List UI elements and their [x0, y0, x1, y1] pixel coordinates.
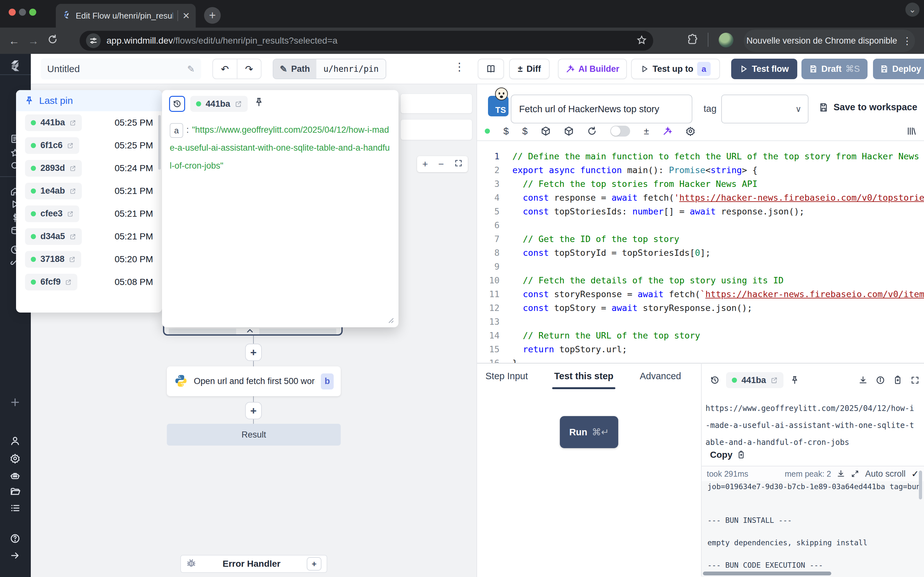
external-link-icon[interactable]: [69, 188, 76, 194]
external-link-icon[interactable]: [65, 279, 71, 285]
external-link-icon[interactable]: [771, 377, 778, 384]
pin-run-row[interactable]: 6fcf9 05:08 PM: [16, 271, 162, 293]
profile-avatar[interactable]: [719, 33, 733, 47]
external-link-icon[interactable]: [67, 211, 73, 217]
pin-run-row[interactable]: d34a5 05:21 PM: [16, 225, 162, 248]
url-bar[interactable]: app.windmill.dev/flows/edit/u/henri/pin_…: [79, 31, 653, 51]
auto-scroll-label[interactable]: Auto scroll: [865, 469, 905, 479]
tag-dropdown[interactable]: ∨: [721, 95, 809, 123]
sidebar-item-help-icon[interactable]: [9, 532, 21, 545]
flow-path-chip[interactable]: ✎Path u/henri/pin: [273, 59, 386, 79]
back-button[interactable]: ←: [5, 35, 24, 47]
cost-icon-2[interactable]: $: [522, 126, 528, 137]
ai-builder-button[interactable]: AI Builder: [558, 59, 627, 79]
copy-button[interactable]: Copy: [710, 450, 745, 460]
history-icon[interactable]: [710, 376, 720, 385]
auto-scroll-checkmark[interactable]: ✓: [911, 469, 919, 479]
pin-run-row[interactable]: 1e4ab 05:21 PM: [16, 179, 162, 202]
pin-run-row[interactable]: 37188 05:20 PM: [16, 248, 162, 271]
diff-button[interactable]: ±Diff: [509, 59, 549, 79]
step-node-b[interactable]: Open url and fetch first 500 words of ..…: [167, 366, 341, 396]
run-id-pill[interactable]: 441ba: [190, 96, 248, 112]
close-tab-icon[interactable]: ✕: [183, 11, 190, 21]
zoom-in-button[interactable]: +: [422, 159, 428, 169]
sidebar-item-audit-logs-icon[interactable]: [9, 502, 21, 514]
test-flow-button[interactable]: Test flow: [731, 59, 797, 79]
docs-button[interactable]: [478, 59, 504, 79]
collapse-chevron-icon[interactable]: [245, 326, 255, 337]
expand-logs-icon[interactable]: [851, 470, 859, 478]
sidebar-item-folders-icon[interactable]: [9, 485, 21, 498]
tab-step-input[interactable]: Step Input: [483, 366, 530, 389]
external-link-icon[interactable]: [235, 100, 242, 107]
sidebar-item-create-icon[interactable]: [9, 396, 21, 408]
external-link-icon[interactable]: [67, 142, 73, 149]
sidebar-collapse-arrow-icon[interactable]: [9, 550, 21, 562]
flow-node-partial[interactable]: [401, 119, 472, 140]
pin-run-row[interactable]: 6f1c6 05:25 PM: [16, 134, 162, 157]
tab-test-this-step[interactable]: Test this step: [552, 366, 615, 389]
run-button[interactable]: Run ⌘↵: [560, 416, 618, 448]
insert-step-button[interactable]: +: [245, 343, 262, 361]
run-id-pill[interactable]: 441ba: [726, 372, 783, 388]
reload-button[interactable]: [43, 34, 62, 47]
flow-more-options-kebab-icon[interactable]: ⋮: [454, 60, 465, 73]
add-error-handler-button[interactable]: +: [307, 557, 321, 571]
zoom-out-button[interactable]: −: [438, 159, 444, 169]
log-horizontal-scrollbar[interactable]: [703, 572, 831, 575]
run-id-pill[interactable]: 2893d: [25, 160, 82, 177]
run-id-pill[interactable]: 1e4ab: [25, 183, 82, 199]
pin-run-row[interactable]: cfee3 05:21 PM: [16, 202, 162, 225]
pin-list-scrollbar[interactable]: [158, 115, 161, 169]
extensions-icon[interactable]: [687, 33, 699, 47]
bookmark-star-icon[interactable]: [636, 35, 647, 47]
run-id-pill[interactable]: 37188: [25, 251, 81, 268]
package-icon[interactable]: [541, 126, 551, 136]
pin-toggle-icon[interactable]: [790, 376, 800, 385]
run-id-pill[interactable]: cfee3: [25, 205, 79, 222]
pin-run-row[interactable]: 2893d 05:24 PM: [16, 157, 162, 179]
external-link-icon[interactable]: [69, 119, 76, 126]
log-output[interactable]: job=019634e7-9d30-b7cb-1e89-03a64ed441ba…: [702, 481, 924, 577]
external-link-icon[interactable]: [69, 234, 76, 240]
edit-title-pencil-icon[interactable]: ✎: [187, 64, 195, 74]
forward-button[interactable]: →: [24, 35, 43, 47]
undo-button[interactable]: ↶: [213, 59, 237, 79]
flow-title-field[interactable]: Untitled ✎: [41, 58, 201, 79]
ai-assistant-wand-icon[interactable]: [662, 126, 672, 136]
flow-input-node-partial[interactable]: [401, 93, 472, 113]
code-editor[interactable]: 1234567891011121314151617 // Define the …: [477, 149, 924, 363]
external-link-icon[interactable]: [69, 256, 75, 263]
pin-run-row[interactable]: 441ba 05:25 PM: [16, 111, 162, 134]
external-link-icon[interactable]: [69, 165, 76, 171]
error-handler-node[interactable]: Error Handler +: [180, 555, 327, 573]
run-id-pill[interactable]: 6f1c6: [25, 137, 79, 154]
tab-advanced[interactable]: Advanced: [638, 366, 683, 389]
sidebar-item-workers-icon[interactable]: [9, 470, 21, 482]
history-button[interactable]: [169, 96, 185, 112]
popup-resize-handle[interactable]: [386, 315, 394, 324]
fullscreen-icon[interactable]: [911, 376, 919, 385]
info-icon[interactable]: [876, 376, 885, 385]
browser-tab[interactable]: Edit Flow u/henri/pin_results ✕: [56, 4, 196, 27]
insert-step-button[interactable]: +: [245, 402, 262, 419]
tab-search-chevron-icon[interactable]: ⌄: [905, 3, 919, 17]
library-panel-icon[interactable]: [907, 126, 916, 136]
run-id-pill[interactable]: 6fcf9: [25, 274, 78, 290]
editor-settings-gear-icon[interactable]: [686, 126, 695, 136]
diff-mode-toggle[interactable]: [610, 126, 630, 137]
windmill-logo[interactable]: [9, 60, 21, 72]
download-logs-icon[interactable]: [837, 470, 845, 478]
site-settings-icon[interactable]: [86, 33, 101, 48]
step-summary-input[interactable]: Fetch url of HackerNews top story: [511, 95, 692, 123]
deploy-button[interactable]: Deploy: [873, 59, 924, 79]
download-icon[interactable]: [859, 376, 867, 385]
minimize-window-button[interactable]: [19, 9, 26, 16]
run-id-pill[interactable]: d34a5: [25, 228, 82, 245]
maximize-window-button[interactable]: [29, 9, 36, 16]
draft-button[interactable]: Draft ⌘S: [801, 59, 867, 79]
test-up-to-button[interactable]: Test up to a: [631, 59, 720, 79]
new-tab-button[interactable]: +: [204, 7, 221, 24]
plus-minus-icon[interactable]: ±: [644, 126, 649, 137]
pin-toggle-icon[interactable]: [254, 97, 264, 109]
